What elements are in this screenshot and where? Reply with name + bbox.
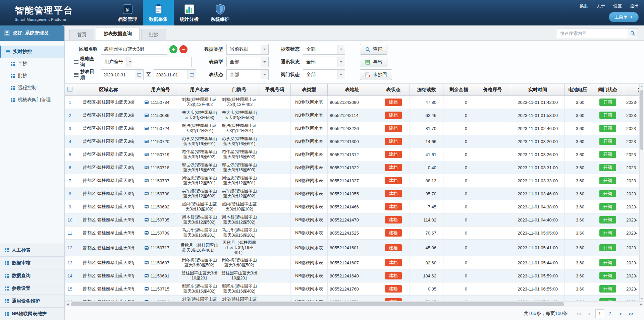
horizontal-scroll-thumb[interactable] [71, 302, 564, 306]
select-all-checkbox[interactable] [67, 87, 72, 92]
export-button[interactable]: 导出 [360, 57, 387, 67]
sidebar-item-device-maintenance[interactable]: 通用设备维护 [0, 295, 64, 307]
comm-status-select[interactable]: 全部 [303, 57, 345, 67]
scroll-down-arrow[interactable]: ▼ [641, 297, 643, 301]
read-status-select[interactable]: 全部 [303, 44, 345, 55]
tab-home[interactable]: 首页 [69, 29, 94, 40]
sidebar-item-mech-valve-mgmt[interactable]: 机械表阀门管理 [0, 94, 64, 106]
meter-type-select[interactable]: 全部 [226, 57, 269, 67]
nav-item-stats[interactable]: 统计分析 [174, 0, 205, 25]
search-button[interactable] [627, 28, 638, 38]
top-link-settings[interactable]: 设置 [613, 3, 622, 9]
add-area-button[interactable]: + [169, 45, 177, 53]
col-header-frozen[interactable]: 冻结读数 [410, 84, 443, 96]
area-name-input[interactable] [101, 44, 167, 55]
table-row[interactable]: 6曾都区-碧桂园翠山蓝天3街11150718郭世强(碧桂园翠山蓝天3街16座60… [65, 161, 640, 174]
col-header-phone[interactable]: 手机号码 [259, 84, 291, 96]
fuzzy-query-input[interactable] [132, 57, 192, 67]
pager-next-page[interactable]: > [616, 309, 625, 318]
date-to-input[interactable] [154, 70, 187, 79]
cell-price_no [474, 200, 511, 213]
pager-page-1[interactable]: 1 [595, 309, 604, 318]
sidebar-item-realtime-reading[interactable]: 实时抄控 [0, 46, 64, 58]
col-header-meter_type[interactable]: 表类型 [291, 84, 328, 96]
col-header-balance[interactable]: 剩余金额 [443, 84, 474, 96]
data-table: 区域名称用户编号用户名称门牌号手机号码表类型表地址表状态冻结读数剩余金额价格序号… [65, 84, 639, 301]
sidebar-item-data-review[interactable]: 数据审核 [0, 256, 64, 269]
col-header-meter_status[interactable]: 表状态 [377, 84, 410, 96]
col-header-read_time[interactable]: 抄表时间 [624, 84, 640, 96]
table-row[interactable]: 7曾都区-碧桂园翠山蓝天3街11150737周运忠(碧桂园翠山蓝天3街12座50… [65, 174, 640, 187]
cell-frozen: 7.45 [410, 200, 443, 213]
table-row[interactable]: 14曾都区-碧桂园翠山蓝天3街11150691碧桂园翠山蓝天3街10座201碧桂… [65, 269, 640, 282]
col-header-realtime[interactable]: 实时时间 [511, 84, 565, 96]
sidebar-item-nb-meter-maintenance[interactable]: NB物联网表维护 [0, 307, 64, 320]
scroll-up-arrow[interactable]: ▲ [641, 84, 643, 88]
col-header-price_no[interactable]: 价格序号 [474, 84, 511, 96]
nav-item-archive[interactable]: @档案管理 [112, 0, 143, 25]
table-row[interactable]: 8曾都区-碧桂园翠山蓝天3街11150738吴军娜(碧桂园翠山蓝天3街12座60… [65, 187, 640, 200]
vertical-scroll-thumb[interactable] [640, 90, 643, 150]
scroll-left-arrow[interactable]: ◀ [65, 302, 71, 307]
sidebar-item-manual-reading[interactable]: 人工抄表 [0, 244, 64, 256]
col-header-area[interactable]: 区域名称 [75, 84, 142, 96]
query-button[interactable]: 查询 [360, 44, 387, 55]
date-to-calendar-button[interactable] [187, 70, 196, 79]
table-row[interactable]: 12曾都区-碧桂园翠山蓝天3街11150717孟秋月（碧桂园翠山蓝天3街16座4… [65, 240, 640, 256]
cell-voltage: 3.60 [565, 161, 591, 174]
sidebar-item-remote-control[interactable]: 远程控制 [0, 82, 64, 94]
cell-area: 曾都区-碧桂园翠山蓝天3街 [75, 256, 142, 269]
sidebar-item-full-reading[interactable]: 全抄 [0, 58, 64, 70]
tab-batch-reading[interactable]: 批抄 [141, 29, 166, 40]
table-row[interactable]: 9曾都区-碧桂园翠山蓝天3街11150692戚尚(碧桂园翠山蓝天3街10座102… [65, 200, 640, 213]
valve-status-select[interactable]: 全部 [303, 69, 345, 80]
top-link-logout[interactable]: 退出 [630, 3, 639, 9]
meter-status-select[interactable]: 全部 [226, 69, 269, 80]
table-row[interactable]: 13曾都区-碧桂园翠山蓝天3街11150687田冬梅(碧桂园翠山蓝天3街8座50… [65, 256, 640, 269]
unread-button[interactable]: 未抄回 [360, 69, 392, 80]
col-header-door_no[interactable]: 门牌号 [220, 84, 259, 96]
col-header-voltage[interactable]: 电池电压 [565, 84, 591, 96]
date-from-calendar-button[interactable] [135, 70, 143, 79]
table-row[interactable]: 10曾都区-碧桂园翠山蓝天3街11150735周本智(碧桂园翠山蓝天3街12座5… [65, 213, 640, 227]
sidebar-item-param-settings[interactable]: 参数设置 [0, 282, 64, 295]
fuzzy-field-select[interactable]: 用户编号 [101, 57, 130, 67]
sidebar-item-batch-reading[interactable]: 批抄 [0, 70, 64, 82]
col-header-user_name[interactable]: 用户名称 [179, 84, 220, 96]
data-type-select[interactable]: 当前数据 [226, 44, 269, 55]
nav-item-data-collect[interactable]: 数据采集 [143, 0, 174, 25]
col-header-valve[interactable]: 阀门状态 [591, 84, 624, 96]
horizontal-scrollbar[interactable]: ◀ ▶ [65, 301, 644, 307]
nav-item-maintenance[interactable]: 系统维护 [205, 0, 235, 25]
sidebar-item-data-query[interactable]: 数据查询 [0, 269, 64, 282]
vertical-scrollbar[interactable]: ▲ ▼ [639, 84, 644, 301]
table-row[interactable]: 16曾都区-碧桂园翠山蓝天3街11150708刘俊(碧桂园翠山蓝天3街16座20… [65, 296, 640, 302]
col-header-meter_addr[interactable]: 表地址 [328, 84, 377, 96]
pager-last-page[interactable]: >> [627, 309, 635, 318]
search-input[interactable] [557, 28, 627, 38]
table-row[interactable]: 11曾都区-碧桂园翠山蓝天3街11150709马志华(碧桂园翠山蓝天3街16座2… [65, 227, 640, 240]
tab-reading-data-query[interactable]: 抄表数据查询 [96, 27, 140, 40]
select-all-header[interactable] [65, 84, 75, 96]
table-row[interactable]: 3曾都区-碧桂园翠山蓝天3街11150724殷浩(碧桂园翠山蓝天3街12座201… [65, 122, 640, 135]
data-type-label-text: 数据类型 [204, 46, 223, 52]
main-menu-button[interactable]: 主菜单 ▼ [609, 12, 639, 22]
cell-voltage: 3.60 [565, 256, 591, 269]
cell-read_time: 2023- [624, 135, 640, 148]
table-row[interactable]: 15曾都区-碧桂园翠山蓝天3街11150715邹耀东(碧桂园翠山蓝天3街16座4… [65, 282, 640, 296]
user-no-text: 11150709 [151, 231, 169, 236]
table-row[interactable]: 4曾都区-碧桂园翠山蓝天3街11150720彭学义(碧桂园翠山蓝天3街16座60… [65, 135, 640, 148]
remove-area-button[interactable]: − [179, 45, 187, 53]
pager-page-2[interactable]: 2 [606, 309, 614, 318]
top-link-about[interactable]: 关于 [596, 3, 605, 9]
grid-icon [5, 248, 9, 252]
table-row[interactable]: 1曾都区-碧桂园翠山蓝天3街11150734刘权(碧桂园翠山蓝天3街12座402… [65, 96, 640, 109]
table-row[interactable]: 5曾都区-碧桂园翠山蓝天3街11150719柏伟星(碧桂园翠山蓝天3街16座60… [65, 148, 640, 161]
scroll-right-arrow[interactable]: ▶ [638, 302, 644, 307]
col-header-user_no[interactable]: 用户编号 [142, 84, 179, 96]
top-link-skin[interactable]: 换肤 [580, 3, 588, 9]
date-from-input[interactable] [101, 70, 135, 79]
table-row[interactable]: 2曾都区-碧桂园翠山蓝天3街11150686朱大庆(碧桂园翠山蓝天3街8座503… [65, 109, 640, 122]
horizontal-scroll-track[interactable] [71, 302, 638, 307]
read-date-label-text: 抄表日期 [80, 69, 98, 81]
